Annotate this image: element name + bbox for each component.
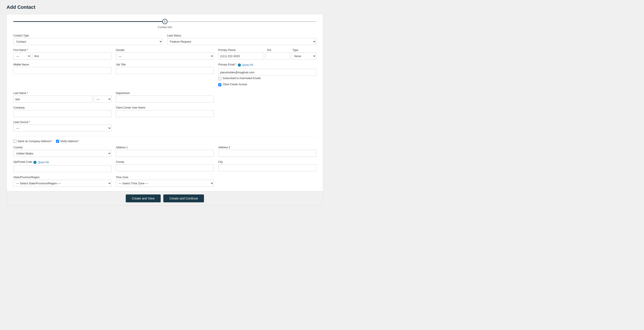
form-card: 1 Contact Info Contact Type Contact Lead… bbox=[6, 14, 323, 206]
city-group: City bbox=[218, 160, 316, 172]
email-label-row: Primary Email * 🌐 Quick Fill bbox=[218, 63, 316, 67]
verify-address-label: Verify Address? bbox=[60, 140, 78, 143]
last-name-label: Last Name * bbox=[14, 92, 112, 95]
county-label: County bbox=[116, 160, 214, 163]
progress-fill bbox=[14, 21, 165, 22]
address1-label: Address 1 bbox=[116, 146, 214, 149]
first-name-prefix-select[interactable]: — Mr. Ms. Dr. bbox=[14, 52, 31, 59]
verify-address-item: Verify Address? bbox=[56, 140, 78, 143]
lead-source-select[interactable]: — Web Referral Cold Call bbox=[14, 125, 112, 132]
last-dept-row: Last Name * — Jr. Sr. III Department bbox=[14, 92, 316, 103]
first-name-input-row: — Mr. Ms. Dr. bbox=[14, 52, 112, 59]
company-group: Company bbox=[14, 106, 112, 117]
zip-label: Zip/Postal Code bbox=[14, 160, 32, 163]
contact-type-lead-status-row: Contact Type Contact Lead Prospect Lead … bbox=[14, 34, 316, 45]
zip-quick-fill-link[interactable]: Quick Fill bbox=[38, 161, 48, 164]
primary-phone-group: Primary Phone Ext. Type None Mobile Home… bbox=[218, 48, 316, 59]
lead-status-group: Lead Status Feature Request New In Progr… bbox=[167, 34, 316, 45]
verify-address-checkbox[interactable] bbox=[56, 140, 59, 143]
primary-email-input[interactable] bbox=[218, 69, 316, 76]
country-group: Country United States Canada United King… bbox=[14, 146, 112, 157]
type-label: Type bbox=[292, 48, 316, 52]
create-and-continue-button[interactable]: Create and Continue bbox=[163, 194, 204, 202]
middle-name-group: Middle Name bbox=[14, 63, 112, 88]
last-name-input-row: — Jr. Sr. III bbox=[14, 96, 112, 103]
progress-section: 1 Contact Info bbox=[14, 21, 316, 29]
zip-label-row: Zip/Postal Code 🌐 Quick Fill bbox=[14, 160, 112, 164]
department-label: Department bbox=[116, 92, 214, 95]
lead-source-row: Lead Source * — Web Referral Cold Call bbox=[14, 121, 316, 132]
client-center-access-checkbox[interactable] bbox=[218, 83, 221, 86]
quick-fill-link[interactable]: Quick Fill bbox=[242, 63, 253, 66]
same-as-company-item: Same as Company Address? bbox=[14, 140, 52, 143]
client-center-access-label: Client Center Access bbox=[223, 83, 247, 86]
progress-label: Contact Info bbox=[14, 26, 316, 29]
lead-status-label: Lead Status bbox=[167, 34, 316, 37]
last-name-input[interactable] bbox=[14, 96, 92, 103]
gender-group: Gender — Male Female Other bbox=[116, 48, 214, 59]
country-label: Country bbox=[14, 146, 112, 149]
last-name-group: Last Name * — Jr. Sr. III bbox=[14, 92, 112, 103]
phone-type-select[interactable]: None Mobile Home Work bbox=[292, 52, 316, 59]
subscribed-emails-label: Subscribed to Automated Emails bbox=[223, 77, 261, 80]
city-input[interactable] bbox=[218, 164, 316, 171]
middle-job-email-row: Middle Name Job Title Primary Email * 🌐 … bbox=[14, 63, 316, 88]
last-name-suffix-select[interactable]: — Jr. Sr. III bbox=[94, 96, 112, 103]
address-row3: State/Province/Region — Select State/Pro… bbox=[14, 176, 316, 187]
gender-label: Gender bbox=[116, 48, 214, 52]
same-as-company-label: Same as Company Address? bbox=[18, 140, 52, 143]
department-group: Department bbox=[116, 92, 214, 103]
address-row2: Zip/Postal Code 🌐 Quick Fill County City bbox=[14, 160, 316, 172]
name-gender-phone-row: First Name * — Mr. Ms. Dr. Gender — Male bbox=[14, 48, 316, 59]
address2-group: Address 2 bbox=[218, 146, 316, 157]
city-label: City bbox=[218, 160, 316, 163]
subscribed-emails-checkbox[interactable] bbox=[218, 77, 221, 80]
county-input[interactable] bbox=[116, 164, 214, 171]
progress-step: 1 bbox=[162, 19, 168, 24]
state-label: State/Province/Region bbox=[14, 176, 112, 179]
section-divider bbox=[14, 136, 316, 136]
state-select[interactable]: — Select State/Province/Region — bbox=[14, 180, 112, 187]
timezone-select[interactable]: — Select Time Zone — bbox=[116, 180, 214, 187]
phone-input-row: None Mobile Home Work bbox=[218, 52, 316, 59]
middle-name-input[interactable] bbox=[14, 67, 112, 74]
department-input[interactable] bbox=[116, 96, 214, 103]
job-title-group: Job Title bbox=[116, 63, 214, 88]
footer-bar: Create and View Create and Continue bbox=[7, 191, 323, 205]
company-username-row: Company Client Center User Name bbox=[14, 106, 316, 117]
contact-type-select[interactable]: Contact Lead Prospect bbox=[14, 38, 163, 45]
zip-input[interactable] bbox=[14, 165, 112, 172]
job-title-input[interactable] bbox=[116, 67, 214, 74]
first-name-group: First Name * — Mr. Ms. Dr. bbox=[14, 48, 112, 59]
first-name-input[interactable] bbox=[32, 52, 112, 59]
timezone-label: Time Zone bbox=[116, 176, 214, 179]
phone-input[interactable] bbox=[218, 52, 264, 59]
client-center-username-group: Client Center User Name bbox=[116, 106, 214, 117]
country-select[interactable]: United States Canada United Kingdom bbox=[14, 150, 112, 157]
address1-input[interactable] bbox=[116, 150, 214, 157]
address2-label: Address 2 bbox=[218, 146, 316, 149]
job-title-label: Job Title bbox=[116, 63, 214, 66]
quick-fill-icon: 🌐 bbox=[238, 63, 241, 66]
county-group: County bbox=[116, 160, 214, 172]
first-name-label: First Name * bbox=[14, 48, 112, 52]
client-center-access-row: Client Center Access bbox=[218, 83, 316, 87]
lead-status-select[interactable]: Feature Request New In Progress bbox=[167, 38, 316, 45]
zip-quick-fill-icon: 🌐 bbox=[34, 161, 36, 164]
ext-input[interactable] bbox=[265, 52, 290, 59]
contact-type-label: Contact Type bbox=[14, 34, 163, 37]
create-and-view-button[interactable]: Create and View bbox=[126, 194, 161, 202]
primary-email-group: Primary Email * 🌐 Quick Fill Subscribed … bbox=[218, 63, 316, 88]
ext-label: Ext. bbox=[267, 48, 291, 52]
company-label: Company bbox=[14, 106, 112, 109]
same-as-company-checkbox[interactable] bbox=[14, 140, 16, 143]
company-input[interactable] bbox=[14, 110, 112, 117]
address-row1: Country United States Canada United King… bbox=[14, 146, 316, 157]
gender-select[interactable]: — Male Female Other bbox=[116, 52, 214, 59]
address-checks-row: Same as Company Address? Verify Address? bbox=[14, 140, 316, 143]
contact-type-group: Contact Type Contact Lead Prospect bbox=[14, 34, 163, 45]
client-center-username-input[interactable] bbox=[116, 110, 214, 117]
page-title: Add Contact bbox=[6, 4, 323, 10]
client-center-username-label: Client Center User Name bbox=[116, 106, 214, 109]
address2-input[interactable] bbox=[218, 150, 316, 157]
